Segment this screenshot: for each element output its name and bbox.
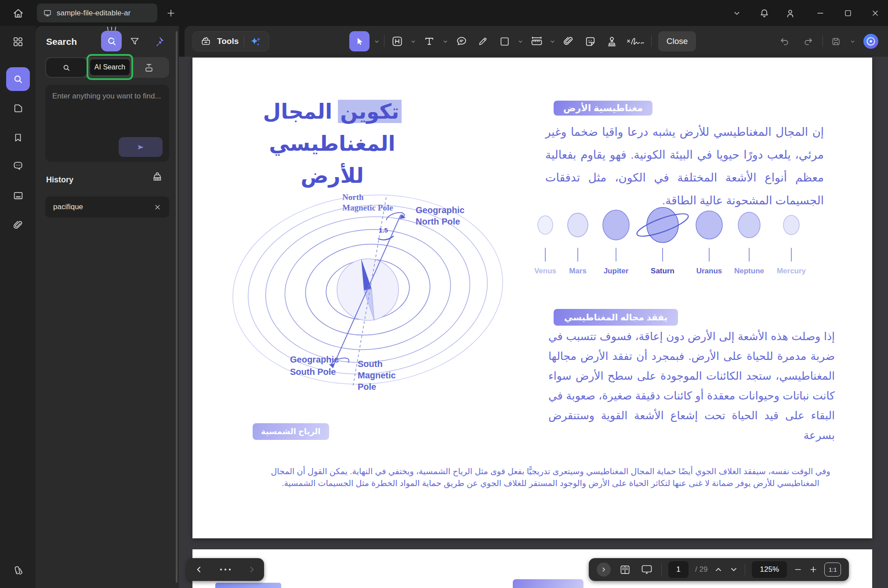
notifications-button[interactable] (756, 5, 772, 21)
divider (661, 564, 662, 575)
ai-assistant-button[interactable] (862, 32, 880, 51)
toolbox-icon (200, 36, 212, 47)
save-button[interactable] (829, 33, 844, 50)
toolbar-right-group (776, 32, 880, 51)
chevron-down-icon[interactable] (410, 38, 417, 45)
maximize-icon (844, 9, 852, 18)
panel-scrollbar[interactable] (176, 31, 178, 583)
theme-palette-button[interactable] (6, 558, 30, 582)
pin-icon (153, 36, 165, 47)
actual-size-button[interactable]: 1:1 (824, 563, 841, 577)
collapse-toolbar-button[interactable] (729, 5, 745, 21)
user-icon (785, 8, 796, 19)
send-icon (135, 142, 146, 152)
chevron-down-icon[interactable] (373, 38, 380, 45)
search-input[interactable] (45, 85, 169, 133)
account-button[interactable] (782, 5, 798, 21)
ai-search-button[interactable] (101, 31, 122, 51)
sidebar-item-bookmarks[interactable] (6, 126, 30, 149)
chevron-down-icon (732, 8, 742, 18)
minimize-button[interactable] (812, 5, 828, 21)
view-controls-pill: 1 / 29 125% 1:1 (589, 558, 849, 581)
previous-page-button[interactable] (195, 565, 203, 574)
chevron-down-icon[interactable] (517, 38, 524, 45)
zoom-in-button[interactable] (809, 565, 818, 574)
plus-icon (166, 8, 176, 18)
home-button[interactable] (10, 5, 26, 21)
tools-label: Tools (217, 36, 239, 46)
tab-title: sample-file-editable-ar (57, 9, 130, 18)
minimize-icon (816, 8, 825, 18)
pen-markup-tool[interactable] (474, 33, 492, 50)
filter-button[interactable] (128, 35, 141, 48)
attach-file-tool[interactable] (560, 33, 577, 50)
replace-tab[interactable] (128, 57, 169, 78)
annotation-tools: Close (349, 31, 696, 51)
page2-badge-sliver (513, 579, 584, 588)
new-tab-button[interactable] (163, 6, 178, 21)
next-page-button[interactable] (247, 565, 256, 574)
redo-button[interactable] (799, 33, 817, 50)
comment-tool[interactable] (453, 33, 470, 50)
svg-text:Pole: Pole (358, 382, 376, 392)
sidebar-item-tools-grid[interactable] (6, 30, 30, 54)
history-item[interactable]: pacifique (45, 196, 169, 218)
page-down-button[interactable] (729, 565, 738, 574)
sticker-tool[interactable] (581, 33, 599, 50)
remove-history-icon[interactable] (154, 203, 161, 211)
chevron-down-icon[interactable] (442, 38, 449, 45)
maximize-button[interactable] (840, 5, 856, 21)
clear-history-button[interactable] (151, 171, 164, 185)
collapse-pill-button[interactable] (597, 563, 611, 577)
text-search-tab[interactable] (46, 58, 87, 77)
document-page-1[interactable]: تكوين المجال المغناطيسي للأرض (192, 58, 872, 538)
sidebar-item-attachments[interactable] (6, 213, 30, 237)
signature-tool[interactable] (624, 33, 647, 50)
add-text-tool[interactable] (420, 33, 438, 50)
page-up-button[interactable] (714, 565, 723, 574)
divider (384, 36, 384, 47)
title-line-2: المغناطيسي للأرض (244, 127, 420, 192)
tools-group[interactable]: Tools (192, 31, 269, 51)
measure-tool[interactable] (528, 33, 545, 50)
south-magnetic-pole-label: South (358, 359, 383, 369)
zoom-out-button[interactable] (794, 565, 802, 574)
presentation-button[interactable] (639, 562, 655, 577)
section-badge-1: مغناطيسية الأرض (554, 101, 652, 116)
close-window-button[interactable] (867, 5, 883, 21)
sidebar-item-summary[interactable] (6, 184, 30, 207)
more-pages-icon[interactable] (219, 568, 232, 571)
page-layout-button[interactable] (617, 562, 632, 577)
undo-button[interactable] (776, 33, 794, 50)
select-tool[interactable] (349, 31, 370, 51)
undo-icon (779, 36, 790, 47)
ai-sparkles-icon[interactable] (250, 35, 262, 47)
stamp-tool[interactable] (603, 33, 620, 50)
sidebar-item-comments[interactable] (6, 154, 30, 178)
paragraph-2: إذا وصلت هذه الأشعة إلى الأرض دون إعاقة،… (548, 327, 835, 445)
svg-text:North Pole: North Pole (416, 217, 460, 226)
editor-toolbar: Tools (185, 26, 888, 57)
page-number-input[interactable]: 1 (668, 561, 689, 578)
sidebar-item-pages[interactable] (6, 96, 30, 120)
paperclip-icon (562, 35, 575, 47)
send-search-button[interactable] (119, 137, 163, 157)
pin-panel-button[interactable] (152, 35, 166, 48)
zoom-level-input[interactable]: 125% (752, 561, 787, 578)
cursor-icon (354, 36, 365, 47)
search-input-box (45, 85, 169, 162)
history-label: History (46, 175, 73, 185)
shapes-tool[interactable] (496, 33, 513, 50)
sidebar-item-search[interactable] (6, 67, 30, 91)
close-button[interactable]: Close (658, 31, 696, 51)
edit-text-tool[interactable] (388, 33, 406, 50)
sticker-icon (584, 35, 597, 48)
two-page-view-icon (619, 564, 631, 576)
edit-heading-icon (391, 35, 404, 48)
chevron-down-icon[interactable] (549, 38, 556, 45)
svg-text:Magnetic Pole: Magnetic Pole (342, 203, 393, 212)
document-canvas[interactable]: تكوين المجال المغناطيسي للأرض (179, 57, 888, 588)
document-tab[interactable]: sample-file-editable-ar (37, 4, 157, 22)
chevron-down-icon[interactable] (849, 38, 856, 45)
bell-icon (759, 8, 770, 19)
